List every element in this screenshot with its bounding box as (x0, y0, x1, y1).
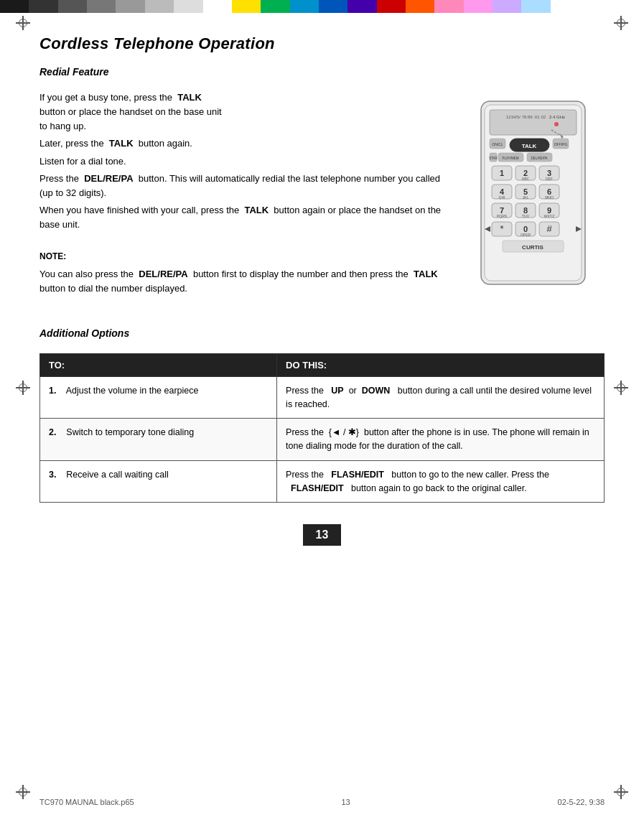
redial-para-5: When you have finished with your call, p… (39, 203, 447, 232)
svg-text:TUV: TUV (522, 214, 530, 218)
svg-point-5 (554, 122, 559, 126)
note-label: NOTE: (39, 249, 447, 264)
svg-text:TALK: TALK (521, 143, 536, 149)
phone-image-area: 1234/5/ 78:89 :01 02 2.4 GHz TALK ON/CL … (461, 90, 605, 299)
svg-text:ON/CL: ON/CL (492, 142, 503, 146)
svg-text:STAR: STAR (489, 157, 498, 160)
table-cell-do-2: Press the {◄ / ✱} button after the phone… (277, 419, 605, 461)
note-text: You can also press the DEL/RE/PA button … (39, 267, 447, 296)
phone-svg: 1234/5/ 78:89 :01 02 2.4 GHz TALK ON/CL … (467, 94, 599, 295)
redial-para-1: If you get a busy tone, press the TALKbu… (39, 90, 447, 134)
footer-center: 13 (341, 798, 350, 806)
row-number-2: 2. (49, 427, 56, 437)
redial-feature-heading: Redial Feature (39, 66, 605, 78)
page-number-box: 13 (39, 524, 605, 546)
svg-text:ABC: ABC (521, 177, 529, 181)
redial-section: If you get a busy tone, press the TALKbu… (39, 90, 605, 299)
table-cell-to-3: 3. Receive a call waiting call (40, 460, 277, 503)
additional-options-heading: Additional Options (39, 327, 605, 339)
redial-para-2: Later, press the TALK button again. (39, 136, 447, 151)
crosshair-mid-left (16, 381, 30, 395)
additional-options-section: Additional Options TO: DO THIS: 1. Adjus… (39, 327, 605, 503)
svg-text:DEF: DEF (546, 177, 553, 181)
row-to-text-2: Switch to temporary tone dialing (66, 427, 194, 437)
table-cell-to-2: 2. Switch to temporary tone dialing (40, 419, 277, 461)
crosshair-bottom-left (16, 785, 30, 799)
redial-para-3: Listen for a dial tone. (39, 154, 447, 169)
svg-text:GHI: GHI (498, 195, 505, 200)
svg-text:PLAY/MEM: PLAY/MEM (502, 157, 518, 160)
crosshair-mid-right (614, 381, 628, 395)
svg-text:OFF/PG: OFF/PG (554, 142, 567, 146)
svg-text:DEL/RE/PA: DEL/RE/PA (531, 157, 547, 160)
table-cell-to-1: 1. Adjust the volume in the earpiece (40, 376, 277, 419)
color-bar (0, 0, 644, 13)
table-row: 2. Switch to temporary tone dialing Pres… (40, 419, 605, 461)
main-content: Cordless Telephone Operation Redial Feat… (0, 13, 644, 546)
crosshair-bottom-right (614, 785, 628, 799)
redial-text: If you get a busy tone, press the TALKbu… (39, 90, 447, 299)
redial-para-4: Press the DEL/RE/PA button. This will au… (39, 172, 447, 200)
svg-text:JKL: JKL (522, 195, 528, 200)
svg-text:CURTIS: CURTIS (522, 244, 543, 251)
svg-text:1: 1 (499, 169, 503, 177)
row-number-3: 3. (49, 470, 56, 480)
table-header-to: TO: (40, 353, 277, 376)
options-table: TO: DO THIS: 1. Adjust the volume in the… (39, 353, 605, 503)
table-row: 3. Receive a call waiting call Press the… (40, 460, 605, 503)
footer-left: TC970 MAUNAL black.p65 (39, 798, 134, 806)
svg-text:OPER: OPER (520, 233, 531, 237)
svg-text:WXYZ: WXYZ (543, 214, 554, 218)
svg-text:MNO: MNO (545, 195, 554, 200)
page-number: 13 (303, 524, 342, 546)
svg-text:PQRS: PQRS (496, 214, 507, 218)
table-cell-do-1: Press the UP or DOWN button during a cal… (277, 376, 605, 419)
svg-text:*: * (500, 223, 503, 234)
crosshair-top-left (16, 16, 30, 30)
crosshair-top-right (614, 16, 628, 30)
svg-rect-2 (490, 110, 577, 135)
footer: TC970 MAUNAL black.p65 13 02-5-22, 9:38 (39, 798, 605, 806)
row-number-1: 1. (49, 386, 56, 396)
table-header-do: DO THIS: (277, 353, 605, 376)
page-title: Cordless Telephone Operation (39, 34, 605, 53)
svg-text:2.4 GHz: 2.4 GHz (549, 115, 565, 119)
svg-text:1234/5/ 78:89 :01 02: 1234/5/ 78:89 :01 02 (506, 115, 546, 119)
row-to-text-3: Receive a call waiting call (66, 470, 168, 480)
table-cell-do-3: Press the FLASH/EDIT button to go to the… (277, 460, 605, 503)
row-to-text-1: Adjust the volume in the earpiece (66, 386, 199, 396)
table-row: 1. Adjust the volume in the earpiece Pre… (40, 376, 605, 419)
svg-text:#: # (546, 223, 552, 234)
footer-right: 02-5-22, 9:38 (558, 798, 605, 806)
